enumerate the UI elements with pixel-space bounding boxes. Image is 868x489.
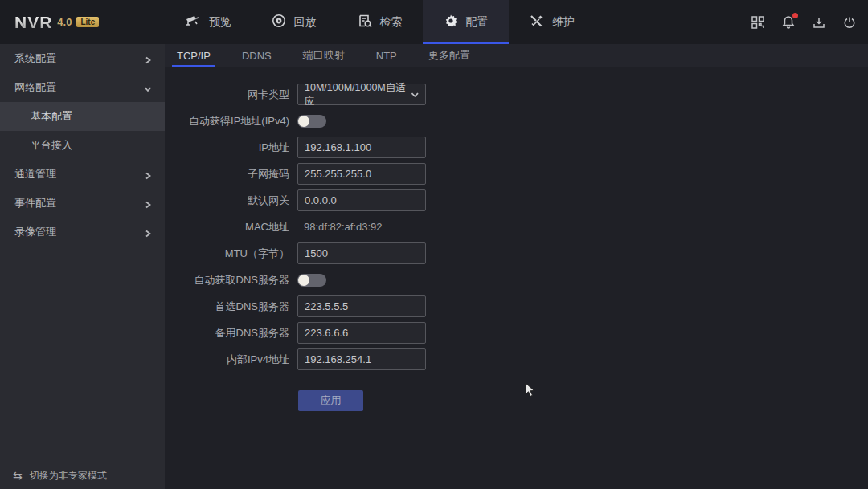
form-row-auto-dns: 自动获取DNS服务器 (173, 269, 868, 291)
form-row-mtu: MTU（字节） (173, 242, 868, 264)
swap-arrows-icon: ⇆ (13, 469, 23, 482)
nav-playback[interactable]: 回放 (251, 0, 337, 44)
field-label: 自动获得IP地址(IPv4) (173, 114, 289, 128)
nav-live-view[interactable]: 预览 (165, 0, 251, 44)
sidebar-item-label: 平台接入 (31, 138, 72, 153)
form-row-mac: MAC地址 98:df:82:af:d3:92 (173, 216, 868, 238)
form-row-gateway: 默认网关 (173, 189, 868, 211)
field-label: MTU（字节） (173, 247, 289, 261)
chevron-right-icon (144, 199, 152, 207)
field-label: MAC地址 (173, 220, 289, 234)
power-icon[interactable] (842, 15, 857, 30)
retrieval-icon (358, 14, 372, 31)
tab-ntp[interactable]: NTP (371, 44, 402, 67)
brand-version: 4.0 (57, 16, 72, 28)
preferred-dns-field[interactable] (297, 295, 426, 317)
alarm-bell-icon[interactable] (781, 15, 796, 30)
nic-type-select[interactable]: 10M/100M/1000M自适应 (297, 84, 426, 105)
ip-address-field[interactable] (297, 137, 426, 158)
field-label: 自动获取DNS服务器 (173, 273, 289, 287)
field-label: 默认网关 (173, 194, 289, 208)
form-row-auto-ip: 自动获得IP地址(IPv4) (173, 110, 868, 132)
brand-name: NVR (14, 13, 52, 32)
nav-maintenance[interactable]: 维护 (509, 0, 595, 44)
form-row-ip: IP地址 (173, 137, 868, 158)
maintenance-icon (529, 14, 544, 31)
internal-ipv4-field[interactable] (297, 348, 426, 370)
nav-label: 检索 (380, 15, 403, 30)
form-row-subnet: 子网掩码 (173, 163, 868, 185)
nav-retrieval[interactable]: 检索 (337, 0, 423, 44)
sidebar-item-basic-config[interactable]: 基本配置 (0, 102, 165, 131)
tcpip-form: 网卡类型 10M/100M/1000M自适应 自动获得IP地址(IPv4) IP… (165, 67, 868, 411)
chevron-right-icon (144, 228, 152, 236)
top-bar: NVR 4.0 Lite 预览 回放 检索 配置 (0, 0, 868, 44)
field-label: 网卡类型 (173, 88, 289, 102)
switch-mode-link[interactable]: ⇆ 切换为非专家模式 (0, 462, 165, 489)
mouse-cursor (525, 382, 535, 397)
sidebar-item-record-management[interactable]: 录像管理 (0, 218, 165, 247)
sidebar-item-network-config[interactable]: 网络配置 (0, 73, 165, 102)
sidebar-item-event-config[interactable]: 事件配置 (0, 189, 165, 218)
top-nav: 预览 回放 检索 配置 维护 (165, 0, 595, 44)
sidebar-item-label: 事件配置 (14, 196, 56, 210)
sidebar-item-label: 基本配置 (31, 109, 72, 124)
field-label: 子网掩码 (173, 167, 289, 181)
sidebar-item-label: 系统配置 (14, 51, 56, 66)
tab-ddns[interactable]: DDNS (237, 44, 276, 67)
tab-more-config[interactable]: 更多配置 (424, 44, 475, 67)
tab-port-mapping[interactable]: 端口映射 (298, 44, 350, 67)
notification-dot (792, 13, 798, 18)
auto-ip-toggle[interactable] (297, 115, 326, 128)
tab-tcpip[interactable]: TCP/IP (172, 44, 215, 67)
sidebar-item-label: 录像管理 (14, 225, 56, 239)
nav-configuration[interactable]: 配置 (423, 0, 509, 44)
default-gateway-field[interactable] (297, 189, 426, 211)
field-label: IP地址 (173, 141, 289, 155)
mac-address-value: 98:df:82:af:d3:92 (297, 221, 383, 233)
sidebar-item-label: 通道管理 (14, 167, 56, 181)
chevron-down-icon (411, 92, 419, 98)
sidebar-item-system-config[interactable]: 系统配置 (0, 44, 165, 73)
form-row-dns2: 备用DNS服务器 (173, 322, 868, 344)
sidebar-item-label: 网络配置 (14, 80, 56, 95)
chevron-down-icon (144, 84, 152, 92)
sidebar-item-channel-management[interactable]: 通道管理 (0, 160, 165, 189)
apply-button[interactable]: 应用 (298, 390, 363, 411)
playback-icon (272, 14, 286, 31)
nic-type-value: 10M/100M/1000M自适应 (305, 81, 411, 108)
subnet-mask-field[interactable] (297, 163, 426, 185)
gear-icon (444, 14, 458, 31)
camera-icon (184, 14, 201, 30)
nav-label: 预览 (209, 15, 231, 30)
field-label: 首选DNS服务器 (173, 300, 289, 314)
qr-code-icon[interactable] (751, 15, 765, 30)
field-label: 内部IPv4地址 (173, 352, 289, 367)
app-logo: NVR 4.0 Lite (0, 0, 165, 44)
tab-bar: TCP/IP DDNS 端口映射 NTP 更多配置 (165, 44, 868, 67)
system-icons (751, 0, 857, 44)
chevron-right-icon (144, 55, 152, 63)
main-content: TCP/IP DDNS 端口映射 NTP 更多配置 网卡类型 10M/100M/… (165, 44, 868, 489)
switch-mode-label: 切换为非专家模式 (30, 469, 107, 483)
field-label: 备用DNS服务器 (173, 326, 289, 340)
form-row-dns1: 首选DNS服务器 (173, 295, 868, 317)
nav-label: 配置 (466, 15, 489, 30)
alternate-dns-field[interactable] (297, 322, 426, 344)
form-row-nic-type: 网卡类型 10M/100M/1000M自适应 (173, 84, 868, 105)
nav-label: 回放 (294, 15, 317, 30)
sidebar-item-platform-access[interactable]: 平台接入 (0, 131, 165, 160)
lite-badge: Lite (76, 17, 99, 27)
chevron-right-icon (144, 170, 152, 178)
sidebar: 系统配置 网络配置 基本配置 平台接入 通道管理 事件配置 录像管理 ⇆ 切换为… (0, 44, 165, 489)
auto-dns-toggle[interactable] (297, 274, 326, 287)
download-icon[interactable] (812, 15, 826, 30)
form-row-internal-ip: 内部IPv4地址 (173, 348, 868, 370)
mtu-field[interactable] (297, 242, 426, 264)
nav-label: 维护 (552, 15, 575, 30)
